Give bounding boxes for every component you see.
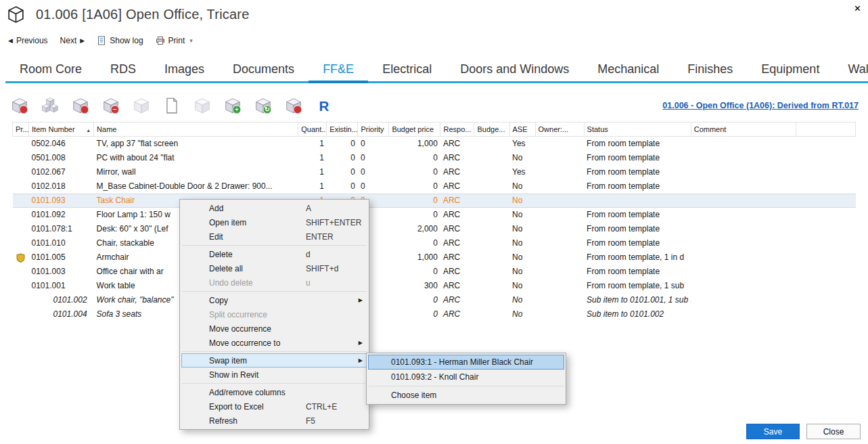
person-occurrence-icon[interactable] xyxy=(285,97,302,114)
menu-item-move-occurrence-to[interactable]: Move occurrence to▶ xyxy=(181,336,367,350)
tab-mechanical[interactable]: Mechanical xyxy=(583,58,673,81)
cell-ase: No xyxy=(509,265,535,279)
menu-item-move-occurrence[interactable]: Move occurrence xyxy=(181,321,367,336)
cell-priority: 0 xyxy=(358,165,389,179)
cell-pr xyxy=(13,222,29,236)
menu-item-0101-093-2-knoll-chair[interactable]: 0101.093:2 - Knoll Chair xyxy=(368,370,564,384)
delete-occurrence-icon[interactable]: − xyxy=(102,97,120,114)
table-row[interactable]: 0101.002Work chair, "balance"0ARCNoSub i… xyxy=(13,293,856,307)
cell-name: M_Base Cabinet-Double Door & 2 Drawer: 9… xyxy=(94,179,298,194)
cell-status: From room template, 1 sub xyxy=(584,279,691,293)
table-row[interactable]: 0101.005Armchair1,000ARCNoFrom room temp… xyxy=(13,250,856,265)
column-header-pr[interactable]: Pr... xyxy=(13,123,29,137)
cell-ase: No xyxy=(509,151,535,165)
table-row[interactable]: 0101.004Sofa 3 seats0ARCNoSub item to 01… xyxy=(13,307,856,321)
table-row[interactable]: 0501.008PC with about 24 "flat1000ARCNoF… xyxy=(13,151,856,165)
table-row[interactable]: 0102.067Mirror, wall1000ARCYesFrom room … xyxy=(13,165,856,179)
cell-comment xyxy=(691,250,796,265)
menu-item-delete-all[interactable]: Delete allSHIFT+d xyxy=(181,261,367,275)
cube-disabled-icon[interactable] xyxy=(133,97,150,114)
derived-from-link[interactable]: 01.006 - Open Office (1A06): Derived fro… xyxy=(662,101,859,110)
submenu-arrow-icon: ▶ xyxy=(359,340,363,346)
table-row[interactable]: 0101.078:1Desk: 60" x 30" (Lef2,000ARCNo… xyxy=(13,222,856,236)
table-row[interactable]: 0101.010Chair, stackable0ARCNoFrom room … xyxy=(13,236,856,250)
cell-comment xyxy=(691,265,796,279)
show-log-button[interactable]: Show log xyxy=(97,36,143,45)
column-header-priority[interactable]: Priority xyxy=(358,123,389,137)
next-button[interactable]: Next ▶ xyxy=(60,36,85,45)
menu-item-open-item[interactable]: Open itemSHIFT+ENTER xyxy=(181,215,367,229)
cell-ase: No xyxy=(509,179,535,194)
print-button[interactable]: Print ▾ xyxy=(156,36,193,45)
tab-walls[interactable]: Walls xyxy=(833,58,868,81)
column-header-ase[interactable]: ASE xyxy=(509,123,535,137)
cell-pr xyxy=(13,165,29,179)
cube-light-icon[interactable] xyxy=(193,97,211,114)
menu-item-add-remove-columns[interactable]: Add/remove columns xyxy=(181,385,367,399)
column-header-item-number[interactable]: Item Number▲ xyxy=(29,123,94,137)
tab-room-core[interactable]: Room Core xyxy=(5,58,96,81)
previous-button[interactable]: ◀ Previous xyxy=(8,36,48,45)
tab-documents[interactable]: Documents xyxy=(219,58,309,81)
tab-doors-and-windows[interactable]: Doors and Windows xyxy=(446,58,583,81)
cell-filler xyxy=(796,236,855,250)
tab-electrical[interactable]: Electrical xyxy=(368,58,446,81)
tab-ff-e[interactable]: FF&E xyxy=(309,58,368,81)
menu-item-edit[interactable]: EditENTER xyxy=(181,229,367,244)
column-header-respo[interactable]: Respo... xyxy=(440,123,474,137)
cell-pr xyxy=(13,208,29,222)
menu-item-show-in-revit[interactable]: Show in Revit xyxy=(181,368,367,382)
column-header-budge[interactable]: Budge... xyxy=(474,123,509,137)
menu-item-choose-item[interactable]: Choose item xyxy=(368,388,564,403)
refresh-occurrence-icon[interactable]: ↻ xyxy=(254,97,272,114)
table-row[interactable]: 0101.003Office chair with ar0ARCNoFrom r… xyxy=(13,265,856,279)
column-header-name[interactable]: Name xyxy=(94,123,298,137)
previous-label: Previous xyxy=(16,36,48,45)
cell-item-number: 0501.008 xyxy=(29,151,94,165)
column-header-comment[interactable]: Comment xyxy=(691,123,796,137)
menu-item-export-to-excel[interactable]: Export to ExcelCTRL+E xyxy=(181,399,367,414)
document-icon[interactable] xyxy=(163,97,181,114)
cell-item-number: 0101.078:1 xyxy=(29,222,94,236)
item-group-icon[interactable] xyxy=(41,97,59,114)
cell-status: From room template xyxy=(584,222,691,236)
table-row[interactable]: 0101.093Task Chair1000ARCNo xyxy=(13,194,856,208)
close-button[interactable]: Close xyxy=(806,424,861,439)
menu-item-0101-093-1-herman-miller-black-chair[interactable]: 0101.093:1 - Herman Miller Black Chair xyxy=(368,355,564,370)
tab-rds[interactable]: RDS xyxy=(96,58,150,81)
cell-name: Mirror, wall xyxy=(94,165,298,179)
menu-item-copy[interactable]: Copy▶ xyxy=(181,293,367,307)
column-header-status[interactable]: Status xyxy=(584,123,691,137)
cell-comment xyxy=(691,293,796,307)
table-row[interactable]: 0101.092Floor Lamp 1: 150 w0ARCNoFrom ro… xyxy=(13,208,856,222)
column-header-owner[interactable]: Owner:... xyxy=(535,123,584,137)
cell-filler xyxy=(796,151,855,165)
add-occurrence-icon[interactable]: + xyxy=(224,97,242,114)
menu-item-swap-item[interactable]: Swap item▶ xyxy=(181,353,367,368)
menu-item-delete[interactable]: Deleted xyxy=(181,247,367,261)
cell-status: From room template xyxy=(584,208,691,222)
tab-finishes[interactable]: Finishes xyxy=(673,58,747,81)
window-close-icon[interactable]: ✕ xyxy=(854,3,861,14)
new-item-icon[interactable] xyxy=(11,97,28,114)
menu-item-refresh[interactable]: RefreshF5 xyxy=(181,414,367,428)
table-row[interactable]: 0101.001Work table300ARCNoFrom room temp… xyxy=(13,279,856,293)
save-button[interactable]: Save xyxy=(746,424,800,439)
column-header-budget-price[interactable]: Budget price xyxy=(389,123,440,137)
revit-icon[interactable]: R xyxy=(315,97,333,114)
column-header-quant[interactable]: Quant... xyxy=(298,123,327,137)
cell-item-number: 0101.093 xyxy=(29,194,94,208)
table-row[interactable]: 0102.018M_Base Cabinet-Double Door & 2 D… xyxy=(13,179,856,194)
cell-item-number: 0102.018 xyxy=(29,179,94,194)
menu-item-add[interactable]: AddA xyxy=(181,201,367,215)
cell-item-number: 0101.004 xyxy=(29,307,94,321)
cell-priority: 0 xyxy=(358,179,389,194)
tab-images[interactable]: Images xyxy=(150,58,219,81)
cell-comment xyxy=(691,236,796,250)
tab-equipment[interactable]: Equipment xyxy=(747,58,833,81)
cell-filler xyxy=(796,250,855,265)
table-row[interactable]: 0502.046TV, app 37 "flat screen1001,000A… xyxy=(13,137,856,152)
new-occurrence-icon[interactable] xyxy=(72,97,89,114)
column-header-existin[interactable]: Existin... xyxy=(327,123,358,137)
cell-pr xyxy=(13,179,29,194)
